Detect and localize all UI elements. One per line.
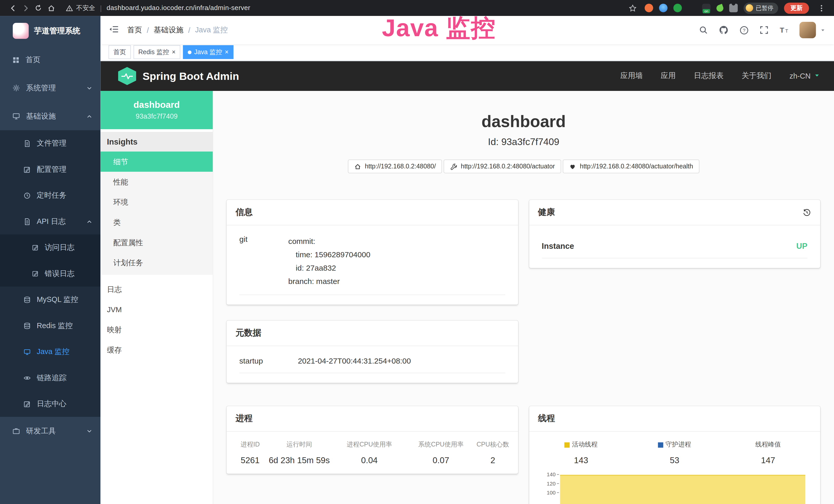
tags-view: 首页 Redis 监控 × Java 监控 × — [101, 44, 834, 61]
bookmark-star-icon[interactable] — [626, 2, 639, 15]
browser-menu-icon[interactable] — [815, 2, 828, 15]
sba-item-caches[interactable]: 缓存 — [101, 340, 213, 360]
sba-nav-about[interactable]: 关于我们 — [742, 71, 771, 81]
history-icon[interactable] — [803, 208, 811, 217]
sidebar-item-tracing[interactable]: 链路追踪 — [0, 365, 101, 391]
sidebar-item-label: 访问日志 — [45, 243, 74, 252]
health-card: 健康 Instance UP — [529, 200, 820, 268]
fullscreen-icon[interactable] — [760, 25, 768, 35]
sba-item-classes[interactable]: 类 — [101, 212, 213, 232]
tab-redis-monitor[interactable]: Redis 监控 × — [134, 45, 180, 59]
forward-icon[interactable] — [19, 2, 32, 15]
service-url-chip[interactable]: http://192.168.0.2:48080/ — [348, 159, 442, 173]
sba-nav-wallboard[interactable]: 应用墙 — [620, 71, 643, 81]
process-value: 0.07 — [409, 456, 473, 465]
sba-brand-title[interactable]: Spring Boot Admin — [142, 70, 239, 82]
extension-orange-icon[interactable] — [645, 4, 653, 12]
sidebar-item-file-manage[interactable]: 文件管理 — [0, 130, 101, 156]
spring-boot-admin-logo[interactable] — [118, 67, 136, 85]
sba-item-jvm[interactable]: JVM — [101, 299, 213, 320]
sidebar-item-label: 错误日志 — [45, 269, 74, 278]
sba-nav-applications[interactable]: 应用 — [661, 71, 676, 81]
update-button[interactable]: 更新 — [784, 2, 809, 13]
sidebar-item-access-logs[interactable]: 访问日志 — [0, 234, 101, 260]
status-badge: UP — [796, 241, 807, 250]
sba-item-metrics[interactable]: 性能 — [101, 172, 213, 192]
sidebar-item-config-manage[interactable]: 配置管理 — [0, 156, 101, 182]
profile-emoji-icon — [746, 4, 753, 12]
warning-icon — [66, 5, 73, 12]
extension-on-icon[interactable]: on — [702, 4, 710, 12]
info-value: commit: time: 1596289704000 id: 27aa832 … — [288, 235, 370, 288]
health-url-chip[interactable]: http://192.168.0.2:48080/actuator/health — [563, 159, 699, 173]
sidebar-item-label: 系统管理 — [26, 83, 56, 93]
extension-grid-icon[interactable] — [688, 4, 696, 12]
sidebar-item-java-monitor[interactable]: Java 监控 — [0, 339, 101, 365]
locale-select[interactable]: zh-CN — [790, 72, 820, 81]
sidebar-item-api-logs[interactable]: API 日志 — [0, 208, 101, 234]
font-size-icon[interactable] — [779, 25, 789, 35]
gear-icon — [12, 84, 20, 92]
profile-paused-pill[interactable]: 已暂停 — [744, 2, 778, 13]
close-icon[interactable]: × — [172, 49, 176, 55]
sidebar-collapse-icon[interactable] — [101, 25, 127, 35]
breadcrumb-infra[interactable]: 基础设施 — [154, 25, 183, 35]
back-icon[interactable] — [6, 2, 19, 15]
site-security[interactable]: 不安全 — [66, 3, 95, 12]
sidebar-item-error-logs[interactable]: 错误日志 — [0, 260, 101, 287]
sidebar-item-system[interactable]: 系统管理 — [0, 74, 101, 102]
github-icon[interactable] — [719, 25, 729, 35]
sba-item-logs[interactable]: 日志 — [101, 279, 213, 299]
breadcrumb-home[interactable]: 首页 — [127, 25, 142, 35]
instance-header[interactable]: dashboard 93a3fc7f7409 — [101, 91, 213, 129]
chevron-down-icon — [86, 428, 92, 434]
tab-home[interactable]: 首页 — [108, 45, 131, 59]
avatar-caret-icon[interactable] — [820, 25, 826, 35]
sba-sidebar: dashboard 93a3fc7f7409 Insights 细节 性能 环境… — [101, 91, 213, 504]
sidebar-item-mysql-monitor[interactable]: MySQL 监控 — [0, 287, 101, 313]
user-avatar[interactable] — [799, 22, 816, 38]
info-card: 信息 git commit: time: 1596289704000 id: 2… — [226, 200, 518, 305]
sba-item-environment[interactable]: 环境 — [101, 192, 213, 212]
tab-java-monitor[interactable]: Java 监控 × — [183, 45, 233, 59]
app-logo[interactable]: 芋道管理系统 — [0, 16, 101, 46]
y-axis-tick: 100 — [547, 489, 559, 496]
sba-item-config-props[interactable]: 配置属性 — [101, 232, 213, 253]
browser-home-icon[interactable] — [45, 2, 58, 15]
eye-icon — [23, 374, 31, 382]
log-icon — [23, 218, 31, 225]
sba-item-mappings[interactable]: 映射 — [101, 320, 213, 340]
sidebar-item-scheduled-jobs[interactable]: 定时任务 — [0, 182, 101, 208]
sidebar-item-infra[interactable]: 基础设施 — [0, 102, 101, 131]
process-header: 进程ID — [232, 440, 268, 449]
extensions-puzzle-icon[interactable] — [729, 4, 738, 12]
sidebar-submenu-infra: 文件管理 配置管理 定时任务 API 日志 访问日志 — [0, 130, 101, 417]
sidebar-item-devtools[interactable]: 研发工具 — [0, 417, 101, 445]
extension-leaf-icon[interactable] — [716, 4, 725, 13]
reload-icon[interactable] — [32, 2, 45, 15]
search-icon[interactable] — [699, 25, 708, 35]
extension-green-icon[interactable] — [674, 4, 682, 12]
tab-label: 首页 — [113, 47, 126, 56]
process-header: CPU核心数 — [473, 440, 512, 449]
sba-item-details[interactable]: 细节 — [101, 152, 213, 172]
metadata-card: 元数据 startup 2021-04-27T00:44:31.254+08:0… — [226, 321, 518, 383]
sidebar-item-home[interactable]: 首页 — [0, 46, 101, 74]
sidebar-item-redis-monitor[interactable]: Redis 监控 — [0, 313, 101, 339]
instance-name: dashboard — [134, 100, 180, 110]
help-icon[interactable] — [739, 25, 749, 35]
health-row-label: Instance — [542, 241, 574, 250]
sba-header: Spring Boot Admin 应用墙 应用 日志报表 关于我们 zh-CN — [101, 61, 834, 91]
sba-nav-journal[interactable]: 日志报表 — [694, 71, 724, 81]
extension-blue-icon[interactable] — [659, 4, 667, 12]
clock-icon — [23, 192, 31, 199]
sidebar-item-label: 链路追踪 — [37, 373, 67, 383]
file-icon — [23, 140, 31, 147]
url-bar[interactable]: dashboard.yudao.iocoder.cn/infra/admin-s… — [107, 4, 250, 12]
metadata-value: 2021-04-27T00:44:31.254+08:00 — [298, 357, 411, 365]
app-logo-image — [13, 23, 29, 39]
close-icon[interactable]: × — [225, 49, 228, 55]
actuator-url-chip[interactable]: http://192.168.0.2:48080/actuator — [444, 159, 561, 173]
sidebar-item-log-center[interactable]: 日志中心 — [0, 391, 101, 417]
sba-item-scheduled-tasks[interactable]: 计划任务 — [101, 253, 213, 273]
